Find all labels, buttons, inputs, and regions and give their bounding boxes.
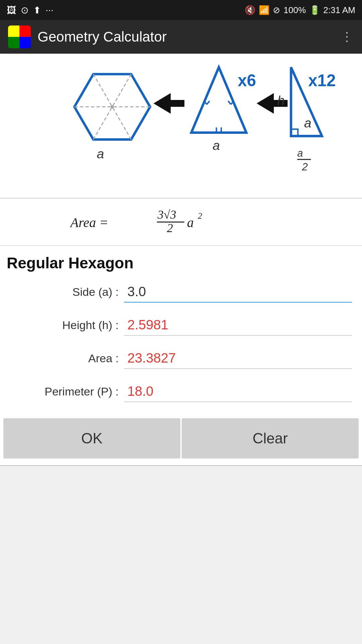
height-label: Height (h) : xyxy=(10,319,124,332)
svg-point-7 xyxy=(111,105,114,108)
svg-line-2 xyxy=(112,74,131,107)
formula-area: Area = 3√3 2 a 2 xyxy=(0,199,362,246)
app-bar-left: Geometry Calculator xyxy=(8,25,167,48)
svg-text:a: a xyxy=(187,215,194,230)
circle-icon: ⊘ xyxy=(273,5,280,15)
svg-line-5 xyxy=(93,107,112,139)
upload-icon: ⬆ xyxy=(33,5,41,16)
area-label: Area : xyxy=(10,352,124,365)
svg-text:3√3: 3√3 xyxy=(157,208,176,221)
perimeter-field-row: Perimeter (P) : xyxy=(0,375,362,408)
geometry-diagram: a x6 a xyxy=(3,60,359,195)
height-input[interactable] xyxy=(124,315,352,336)
svg-text:a: a xyxy=(297,147,303,159)
status-right-icons: 🔇 📶 ⊘ 100% 🔋 2:31 AM xyxy=(245,5,355,15)
button-row: OK Clear xyxy=(3,418,359,459)
bottom-space xyxy=(0,466,362,644)
app-bar: Geometry Calculator ⋮ xyxy=(0,20,362,54)
main-content: a x6 a xyxy=(0,54,362,644)
area-field-row: Area : xyxy=(0,342,362,375)
app-title: Geometry Calculator xyxy=(38,29,167,45)
svg-text:a: a xyxy=(213,138,220,153)
svg-line-12 xyxy=(207,101,209,104)
status-left-icons: 🖼 ⊙ ⬆ ··· xyxy=(7,5,53,16)
side-field-row: Side (a) : xyxy=(0,275,362,309)
svg-text:2: 2 xyxy=(167,221,173,235)
more-icon: ··· xyxy=(46,5,53,15)
perimeter-label: Perimeter (P) : xyxy=(10,385,124,398)
app-icon xyxy=(8,25,31,48)
svg-text:Area  =: Area = xyxy=(69,215,108,230)
side-label: Side (a) : xyxy=(10,285,124,299)
clear-button[interactable]: Clear xyxy=(182,418,359,459)
ok-button[interactable]: OK xyxy=(3,418,180,459)
side-input[interactable] xyxy=(124,281,352,303)
battery-icon: 🔋 xyxy=(309,5,320,15)
formula-svg: Area = 3√3 2 a 2 xyxy=(64,205,298,235)
gallery-icon: 🖼 xyxy=(7,5,16,16)
svg-text:2: 2 xyxy=(198,211,202,221)
shape-name: Regular Hexagon xyxy=(0,246,362,275)
history-icon: ⊙ xyxy=(21,5,28,16)
svg-text:x6: x6 xyxy=(238,71,256,90)
svg-text:a: a xyxy=(304,116,311,130)
overflow-menu-icon[interactable]: ⋮ xyxy=(341,30,354,44)
svg-text:x12: x12 xyxy=(308,71,336,90)
height-field-row: Height (h) : xyxy=(0,309,362,342)
wifi-icon: 📶 xyxy=(259,5,269,15)
area-input[interactable] xyxy=(124,348,352,369)
time: 2:31 AM xyxy=(323,5,355,15)
svg-line-1 xyxy=(93,74,112,107)
svg-marker-9 xyxy=(154,93,184,114)
status-bar: 🖼 ⊙ ⬆ ··· 🔇 📶 ⊘ 100% 🔋 2:31 AM xyxy=(0,0,362,20)
mute-icon: 🔇 xyxy=(245,5,255,15)
diagram-area: a x6 a xyxy=(0,54,362,199)
svg-text:h: h xyxy=(277,93,285,108)
svg-line-4 xyxy=(112,107,131,139)
svg-text:2: 2 xyxy=(302,161,308,173)
perimeter-input[interactable] xyxy=(124,381,352,402)
battery-text: 100% xyxy=(284,5,306,15)
svg-text:a: a xyxy=(97,147,104,161)
